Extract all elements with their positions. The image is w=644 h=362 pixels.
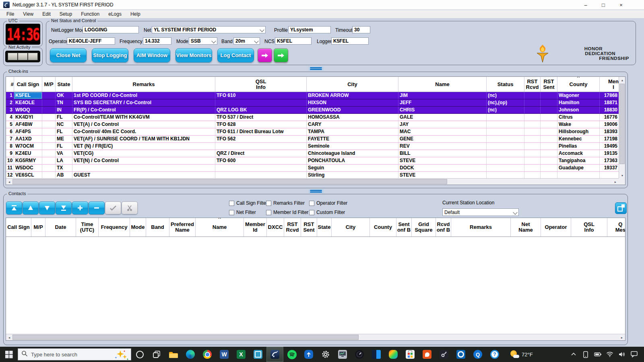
custom-filter-checkbox[interactable]: Custom Filter bbox=[309, 210, 345, 215]
checkbox-box[interactable] bbox=[266, 210, 271, 215]
call-sign-filter-checkbox[interactable]: Call Sign Filter bbox=[229, 200, 268, 206]
splitter-handle-bottom[interactable] bbox=[308, 189, 324, 193]
battery-icon[interactable] bbox=[592, 348, 603, 360]
column-header-qsl-info[interactable]: QSL Info bbox=[571, 218, 607, 237]
view-monitors-button[interactable]: View Monitors bbox=[175, 48, 212, 62]
microsoft-store-icon[interactable] bbox=[402, 347, 419, 362]
column-header-rst-rcvd[interactable]: RST Rcvd bbox=[524, 77, 541, 92]
stop-logging-button[interactable]: Stop Logging bbox=[92, 48, 128, 62]
column-header-qsl-info[interactable]: QSL Info bbox=[215, 77, 307, 92]
detach-window-icon[interactable] bbox=[615, 202, 627, 214]
column-header-[interactable]: # bbox=[6, 77, 14, 92]
green-arrow-button[interactable] bbox=[274, 48, 288, 62]
checkin-row[interactable]: 3W9OQINFR(P) / Co-ControlQRZ LOG BKGREEN… bbox=[6, 107, 625, 114]
net-dropdown[interactable]: YL SYSTEM FIRST PERIOD bbox=[152, 26, 266, 33]
checkin-row[interactable]: 8W7OCMFLVET (N) / FR(E/C)SeminoleREVPine… bbox=[6, 143, 625, 150]
copilot-icon[interactable] bbox=[385, 347, 402, 362]
scroll-down-button[interactable]: ▼ bbox=[619, 172, 625, 179]
close-net-button[interactable]: Close Net bbox=[50, 48, 87, 62]
checkin-row[interactable]: 11W5DOCTXSeguinDOCKGuadalupe19337 bbox=[6, 165, 625, 172]
checkbox-box[interactable] bbox=[229, 210, 234, 215]
column-header-net-name[interactable]: Net Name bbox=[511, 218, 541, 237]
menu-item-setup[interactable]: Setup bbox=[55, 10, 76, 18]
task-view-icon[interactable] bbox=[148, 347, 165, 362]
net-filter-checkbox[interactable]: Net Filter bbox=[229, 210, 256, 215]
checkin-row[interactable]: 5AF4BWNCVET(A) / Co ControlTFO 628CARYJA… bbox=[6, 121, 625, 128]
menu-item-edit[interactable]: Edit bbox=[38, 10, 55, 18]
chrome-browser-icon[interactable] bbox=[199, 347, 216, 362]
excel-icon[interactable]: X bbox=[233, 347, 250, 362]
edit-contact-button[interactable] bbox=[105, 202, 121, 214]
column-header-city[interactable]: City bbox=[332, 218, 370, 237]
band-dropdown[interactable]: 20m bbox=[233, 37, 260, 45]
scroll-right-button[interactable]: ► bbox=[619, 334, 625, 341]
remove-contact-button[interactable] bbox=[89, 202, 105, 214]
checkbox-box[interactable] bbox=[229, 201, 234, 206]
station-location-dropdown[interactable]: Default bbox=[442, 208, 519, 216]
checkin-row[interactable]: 7AA1XDMEVET(AF) / SUNRISE COORD / TEAM W… bbox=[6, 136, 625, 143]
maximize-button[interactable]: □ bbox=[594, 0, 612, 10]
column-header-call-sign[interactable]: Call Sign bbox=[6, 218, 31, 237]
checkin-row[interactable]: 4KK4DYIFLCo-Control/TEAM WITH KK4GVMTFO … bbox=[6, 114, 625, 121]
aim-window-button[interactable]: AIM Window bbox=[134, 48, 170, 62]
move-to-bottom-button[interactable] bbox=[56, 202, 72, 214]
checkin-row[interactable]: 2KE4OLETNSYS BD SECRETARY / Co-ControlHI… bbox=[6, 99, 625, 107]
column-header-rcvd-onf-b[interactable]: Rcvd onf B bbox=[436, 218, 451, 237]
netlogger-taskbar-icon[interactable] bbox=[266, 347, 283, 362]
column-header-frequency[interactable]: Frequency bbox=[99, 218, 130, 237]
operator-field[interactable]: KE4OLE-JEFF bbox=[67, 37, 115, 45]
column-header-mode[interactable]: Mode bbox=[130, 218, 146, 237]
spotify-icon[interactable] bbox=[283, 347, 300, 362]
cut-contact-button[interactable] bbox=[122, 202, 138, 214]
column-header-band[interactable]: Band bbox=[146, 218, 169, 237]
outlook-icon[interactable] bbox=[452, 347, 469, 362]
menu-item-function[interactable]: Function bbox=[76, 10, 104, 18]
checkbox-box[interactable] bbox=[266, 201, 271, 206]
column-header-dxcc[interactable]: DXCC bbox=[267, 218, 284, 237]
column-header-preferred-name[interactable]: Preferred Name bbox=[169, 218, 196, 237]
column-header-operator[interactable]: Operator bbox=[541, 218, 571, 237]
scrollbar-thumb[interactable] bbox=[12, 335, 359, 340]
weather-widget[interactable]: 72°F bbox=[510, 350, 533, 359]
scroll-left-button[interactable]: ◄ bbox=[6, 179, 12, 185]
system-monitor-app-icon[interactable] bbox=[334, 347, 351, 362]
start-button[interactable] bbox=[0, 347, 18, 362]
word-icon[interactable]: W bbox=[216, 347, 233, 362]
column-header-state[interactable]: State bbox=[317, 218, 332, 237]
move-to-top-button[interactable] bbox=[6, 202, 22, 214]
settings-gear-icon[interactable] bbox=[317, 347, 334, 362]
column-header-name[interactable]: Name bbox=[398, 77, 487, 92]
upload-app-icon[interactable] bbox=[300, 347, 317, 362]
column-header-rst-sent[interactable]: RST Sent bbox=[541, 77, 557, 92]
column-header-men-i[interactable]: Men I bbox=[600, 77, 619, 92]
column-header-sent-onf-b[interactable]: Sent onf B bbox=[396, 218, 412, 237]
orange-app-icon[interactable] bbox=[419, 347, 436, 362]
menu-item-view[interactable]: View bbox=[19, 10, 38, 18]
taskbar-search-input[interactable]: Type here to search bbox=[18, 348, 131, 360]
column-header-rst-sent[interactable]: RST Sent bbox=[301, 218, 317, 237]
wifi-icon[interactable] bbox=[605, 348, 615, 360]
move-down-button[interactable] bbox=[39, 202, 55, 214]
add-contact-button[interactable] bbox=[72, 202, 88, 214]
tray-expand-icon[interactable] bbox=[568, 348, 579, 360]
checkin-row[interactable]: 10KG5RMYLAVET(N) / Co ControlTFO 600PONC… bbox=[6, 157, 625, 165]
menu-item-help[interactable]: Help bbox=[126, 10, 145, 18]
column-header-city[interactable]: City bbox=[307, 77, 398, 92]
column-header-remarks[interactable]: Remarks bbox=[72, 77, 215, 92]
column-header-rst-rcvd[interactable]: RST Rcvd bbox=[284, 218, 301, 237]
column-header-grid-square[interactable]: Grid Square bbox=[412, 218, 436, 237]
column-header-m-p[interactable]: M/P bbox=[31, 218, 45, 237]
phone-link-icon[interactable] bbox=[580, 348, 591, 360]
profile-field[interactable]: YLsystem bbox=[288, 26, 331, 33]
menu-item-elogs[interactable]: eLogs bbox=[104, 10, 126, 18]
file-explorer-icon[interactable] bbox=[165, 347, 182, 362]
blue-app-icon[interactable] bbox=[368, 347, 385, 362]
splitter-handle-top[interactable] bbox=[308, 66, 324, 71]
cortana-icon[interactable] bbox=[131, 347, 148, 362]
column-header-date[interactable]: Date bbox=[45, 218, 76, 237]
column-header-county[interactable]: County^ bbox=[557, 77, 600, 92]
column-header-m-p[interactable]: M/P bbox=[42, 77, 56, 92]
column-header-name[interactable]: Name^ bbox=[196, 218, 244, 237]
minimize-button[interactable]: – bbox=[577, 0, 594, 10]
remarks-filter-checkbox[interactable]: Remarks Filter bbox=[266, 200, 305, 206]
